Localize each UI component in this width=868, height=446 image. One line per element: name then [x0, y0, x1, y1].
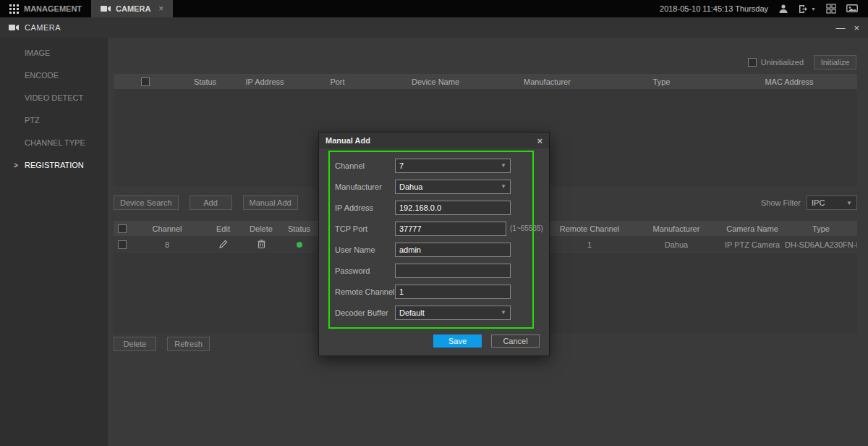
tab-management[interactable]: MANAGEMENT [0, 0, 91, 17]
uninitialized-filter: Uninitialized [748, 58, 804, 67]
dialog-close-icon[interactable]: × [537, 135, 542, 146]
channel-grid-icon[interactable] [826, 4, 836, 14]
user-icon[interactable] [778, 4, 788, 14]
column-header-status2: Status [279, 224, 319, 233]
sidebar-item-ptz[interactable]: PTZ [0, 109, 108, 132]
column-header-manufacturer2: Manufacturer [633, 224, 720, 233]
manual-add-dialog: Manual Add × Channel 7 ▼ Manufacturer Da… [318, 132, 550, 356]
show-filter-label: Show Filter [761, 198, 801, 207]
uninitialized-label: Uninitialized [761, 58, 804, 67]
sidebar-item-label: PTZ [25, 116, 40, 125]
channel-select[interactable]: 7 ▼ [395, 159, 511, 173]
channel-value: 7 [399, 161, 404, 170]
ip-address-field[interactable] [395, 201, 511, 215]
tcp-port-label: TCP Port [335, 224, 395, 233]
sidebar-item-image[interactable]: IMAGE [0, 42, 108, 64]
row-checkbox[interactable] [118, 240, 127, 249]
grid-menu-icon [9, 4, 19, 14]
minimize-icon[interactable]: — [835, 22, 845, 33]
decoder-buffer-value: Default [399, 308, 425, 317]
select-all-checkbox[interactable] [141, 77, 150, 86]
sidebar-item-label: IMAGE [25, 49, 50, 57]
select-all-added-checkbox[interactable] [118, 224, 127, 233]
manufacturer-label: Manufacturer [335, 182, 395, 191]
password-field[interactable] [395, 264, 511, 278]
column-header-device-name: Device Name [378, 77, 493, 86]
add-button[interactable]: Add [190, 195, 232, 210]
device-search-button[interactable]: Device Search [114, 195, 179, 210]
password-label: Password [335, 266, 395, 275]
user-name-field[interactable] [395, 243, 511, 257]
sidebar-item-video-detect[interactable]: VIDEO DETECT [0, 87, 108, 109]
manufacturer-value: Dahua [399, 182, 422, 191]
chevron-right-icon: > [14, 154, 18, 177]
sidebar: IMAGE ENCODE VIDEO DETECT PTZ CHANNEL TY… [0, 38, 108, 446]
sidebar-item-label: VIDEO DETECT [25, 93, 83, 102]
save-button[interactable]: Save [433, 334, 482, 348]
sidebar-item-encode[interactable]: ENCODE [0, 64, 108, 87]
tab-camera[interactable]: CAMERA × [91, 0, 173, 17]
page-title: CAMERA [25, 23, 61, 32]
sidebar-item-label: REGISTRATION [25, 161, 84, 169]
dropdown-arrow-icon: ▼ [846, 200, 852, 206]
cancel-button[interactable]: Cancel [491, 334, 540, 348]
sidebar-item-channel-type[interactable]: CHANNEL TYPE [0, 132, 108, 154]
column-header-remote-channel: Remote Channel [546, 224, 633, 233]
refresh-button[interactable]: Refresh [167, 337, 210, 351]
column-header-ip-address: IP Address [233, 77, 297, 86]
logout-caret-icon: ▼ [811, 7, 816, 12]
window-camera-icon [9, 24, 19, 31]
tcp-port-field[interactable] [395, 222, 506, 236]
form-row-password: Password [330, 260, 532, 281]
decoder-buffer-label: Decoder Buffer [335, 308, 395, 317]
tcp-port-range-note: (1~65535) [510, 224, 543, 232]
initialize-row: Uninitialized Initialize [748, 55, 856, 70]
column-header-delete: Delete [243, 224, 279, 233]
initialize-button[interactable]: Initialize [814, 55, 856, 70]
status-online-icon [297, 242, 302, 248]
cell-manufacturer: Dahua [633, 240, 720, 249]
remote-channel-field[interactable] [395, 285, 511, 299]
manual-add-button[interactable]: Manual Add [243, 195, 298, 210]
show-filter-dropdown[interactable]: IPC ▼ [807, 195, 857, 210]
trash-icon[interactable] [243, 240, 279, 248]
sidebar-item-registration[interactable]: > REGISTRATION [0, 154, 108, 177]
display-icon[interactable] [846, 4, 858, 14]
column-header-type: Type [602, 77, 721, 86]
decoder-buffer-select[interactable]: Default ▼ [395, 306, 511, 320]
column-header-mac-address: MAC Address [721, 77, 857, 86]
close-icon[interactable]: × [854, 22, 859, 33]
edit-icon[interactable] [203, 240, 243, 248]
column-header-edit: Edit [203, 224, 243, 233]
show-filter-value: IPC [812, 198, 825, 207]
column-header-status: Status [177, 77, 233, 86]
column-header-manufacturer: Manufacturer [493, 77, 602, 86]
tab-camera-label: CAMERA [116, 4, 150, 13]
cell-remote-channel: 1 [546, 240, 633, 249]
uninitialized-checkbox[interactable] [748, 58, 757, 67]
ip-address-label: IP Address [335, 203, 395, 212]
form-row-ip-address: IP Address [330, 197, 532, 218]
manufacturer-select[interactable]: Dahua ▼ [395, 180, 511, 194]
bottom-actions: Delete Refresh [114, 337, 210, 351]
remote-channel-label: Remote Channel [335, 287, 395, 296]
dialog-title: Manual Add [326, 136, 370, 145]
dropdown-arrow-icon: ▼ [501, 309, 506, 316]
window-titlebar: CAMERA — × [0, 17, 868, 38]
delete-button[interactable]: Delete [114, 337, 156, 351]
sidebar-item-label: ENCODE [25, 71, 59, 80]
user-name-label: User Name [335, 245, 395, 254]
column-header-camera-name: Camera Name [720, 224, 785, 233]
tab-management-label: MANAGEMENT [24, 4, 82, 13]
channel-label: Channel [335, 161, 395, 170]
cell-type: DH-SD6ALA230FN-HNI [785, 240, 857, 249]
form-row-tcp-port: TCP Port (1~65535) [330, 218, 532, 239]
logout-icon[interactable]: ▼ [799, 4, 816, 14]
form-row-manufacturer: Manufacturer Dahua ▼ [330, 176, 532, 197]
dropdown-arrow-icon: ▼ [501, 162, 506, 169]
dropdown-arrow-icon: ▼ [501, 183, 506, 190]
form-highlight-frame: Channel 7 ▼ Manufacturer Dahua ▼ IP Addr… [328, 151, 534, 329]
dialog-titlebar: Manual Add × [319, 132, 549, 148]
cell-camera-name: IP PTZ Camera [720, 240, 785, 249]
tab-close-icon[interactable]: × [158, 4, 163, 14]
